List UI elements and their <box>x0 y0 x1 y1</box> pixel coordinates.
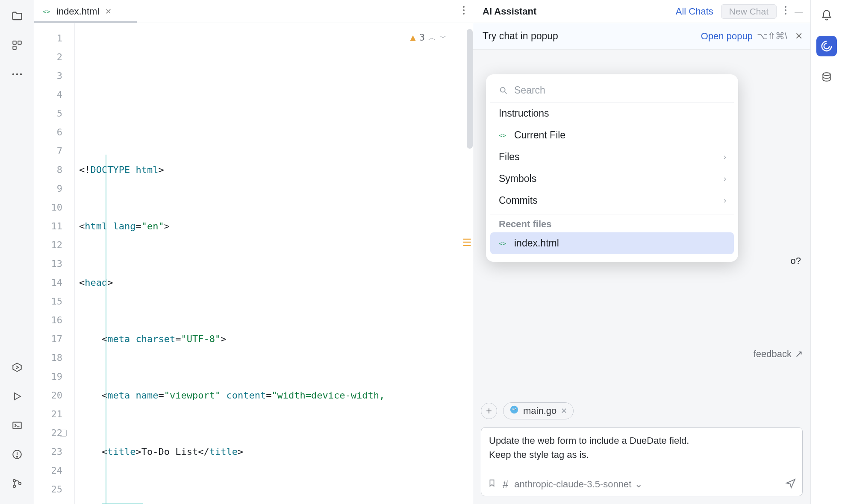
inspection-widget[interactable]: ▲ 3 ︿ ﹀ <box>410 28 447 47</box>
gutter: 1 2 3 4 5 6 7 8 9 10 11 12 13 14 15 16 1… <box>34 23 75 504</box>
notifications-icon[interactable] <box>818 7 835 24</box>
gutter-line: 17 <box>34 330 74 349</box>
svg-point-23 <box>500 87 505 92</box>
svg-point-12 <box>16 456 17 457</box>
gutter-line: 24 <box>34 461 74 480</box>
gutter-line: 6 <box>34 123 74 142</box>
code-area[interactable]: ▲ 3 ︿ ﹀ ☰ <!DOCTYPE html> <html lang="en… <box>75 23 473 504</box>
gutter-line: 21 <box>34 405 74 424</box>
ai-assistant-icon[interactable] <box>816 36 837 56</box>
editor[interactable]: 1 2 3 4 5 6 7 8 9 10 11 12 13 14 15 16 1… <box>34 23 473 504</box>
popover-commits[interactable]: Commits› <box>490 190 734 211</box>
tab-menu-icon[interactable] <box>462 6 465 17</box>
html-file-icon: <> <box>499 239 508 248</box>
svg-point-19 <box>463 13 465 15</box>
gutter-line: 22 <box>34 424 74 442</box>
svg-point-5 <box>20 73 21 75</box>
kebab-icon[interactable] <box>784 6 787 17</box>
svg-rect-2 <box>13 46 16 50</box>
open-popup-link[interactable]: Open popup <box>701 31 753 42</box>
popover-recent-file[interactable]: <> index.html <box>490 232 734 254</box>
send-button[interactable] <box>785 478 796 491</box>
sticky-lines-icon[interactable]: ☰ <box>462 237 471 248</box>
next-problem-icon[interactable]: ﹀ <box>439 28 447 47</box>
svg-point-20 <box>785 6 786 8</box>
gutter-line: 10 <box>34 198 74 217</box>
bookmark-icon[interactable] <box>487 478 497 490</box>
hash-icon[interactable]: # <box>503 478 508 490</box>
popover-files[interactable]: Files› <box>490 146 734 168</box>
banner-close-icon[interactable]: ✕ <box>795 31 803 42</box>
svg-marker-6 <box>13 363 21 372</box>
warning-count: 3 <box>419 28 425 47</box>
go-file-icon <box>509 405 519 417</box>
gutter-line: 18 <box>34 349 74 367</box>
model-selector[interactable]: anthropic-claude-3.5-sonnet ⌄ <box>514 479 642 490</box>
chevron-right-icon: › <box>724 174 726 183</box>
gutter-line: 14 <box>34 273 74 292</box>
new-chat-button[interactable]: New Chat <box>721 4 777 19</box>
feedback-link[interactable]: feedback ↗ <box>754 349 803 360</box>
close-tab-icon[interactable]: ✕ <box>105 7 112 16</box>
chat-toolbar: # anthropic-claude-3.5-sonnet ⌄ <box>481 478 802 496</box>
popover-recent-label: Recent files <box>490 214 734 232</box>
popover-instructions[interactable]: Instructions <box>490 103 734 124</box>
folder-icon[interactable] <box>9 8 26 25</box>
popover-search[interactable]: Search <box>490 82 734 103</box>
svg-point-32 <box>823 73 830 76</box>
gutter-line: 8 <box>34 161 74 179</box>
gutter-line: 1 <box>34 29 74 48</box>
gutter-line: 9 <box>34 179 74 198</box>
ai-header: AI Assistant All Chats New Chat — <box>473 0 810 23</box>
more-icon[interactable] <box>9 66 26 83</box>
svg-point-4 <box>16 73 18 75</box>
scrollbar-thumb[interactable] <box>467 29 473 149</box>
popover-symbols[interactable]: Symbols› <box>490 168 734 190</box>
breakpoint-box[interactable] <box>60 430 67 437</box>
gutter-line: 12 <box>34 236 74 255</box>
obscured-text: o? <box>791 255 801 267</box>
left-tool-rail <box>0 0 34 504</box>
problems-icon[interactable] <box>9 446 26 463</box>
chevron-right-icon: › <box>724 196 726 205</box>
prev-problem-icon[interactable]: ︿ <box>428 28 436 47</box>
svg-point-18 <box>463 9 465 11</box>
add-context-button[interactable]: + <box>481 403 497 419</box>
minimize-icon[interactable]: — <box>795 7 803 16</box>
chat-input[interactable]: Update the web form to include a DueDate… <box>481 427 803 496</box>
svg-point-21 <box>785 9 786 11</box>
svg-point-13 <box>13 480 15 482</box>
structure-icon[interactable] <box>9 37 26 54</box>
file-tab-index-html[interactable]: <> index.html ✕ <box>34 0 119 23</box>
gutter-line: 23 <box>34 442 74 461</box>
svg-text:<>: <> <box>499 131 506 138</box>
svg-marker-7 <box>15 393 21 400</box>
html-file-icon: <> <box>43 7 52 16</box>
gutter-line: 20 <box>34 386 74 405</box>
svg-point-30 <box>512 409 513 410</box>
svg-point-14 <box>13 485 15 487</box>
chip-remove-icon[interactable]: ✕ <box>561 406 567 416</box>
context-chip-row: + main.go ✕ <box>481 402 574 419</box>
svg-point-17 <box>463 6 465 8</box>
svg-rect-0 <box>13 41 16 44</box>
services-icon[interactable] <box>9 359 26 376</box>
popup-banner: Try chat in popup Open popup ⌥⇧⌘\ ✕ <box>473 23 810 50</box>
context-chip-main-go[interactable]: main.go ✕ <box>503 402 574 419</box>
gutter-line: 5 <box>34 104 74 123</box>
gutter-line: 3 <box>34 67 74 85</box>
chat-text[interactable]: Update the web form to include a DueDate… <box>481 428 802 478</box>
indent-guide <box>106 155 106 504</box>
run-icon[interactable] <box>9 388 26 405</box>
vcs-icon[interactable] <box>9 475 26 492</box>
popover-current-file[interactable]: <> Current File <box>490 124 734 146</box>
svg-line-24 <box>505 91 507 94</box>
right-tool-rail <box>810 0 842 504</box>
database-icon[interactable] <box>818 68 835 85</box>
all-chats-link[interactable]: All Chats <box>676 6 713 17</box>
gutter-line: 15 <box>34 292 74 311</box>
terminal-icon[interactable] <box>9 417 26 434</box>
search-placeholder: Search <box>514 85 545 96</box>
ai-assistant-panel: AI Assistant All Chats New Chat — Try ch… <box>473 0 810 504</box>
context-popover: Search Instructions <> Current File File… <box>486 74 738 262</box>
